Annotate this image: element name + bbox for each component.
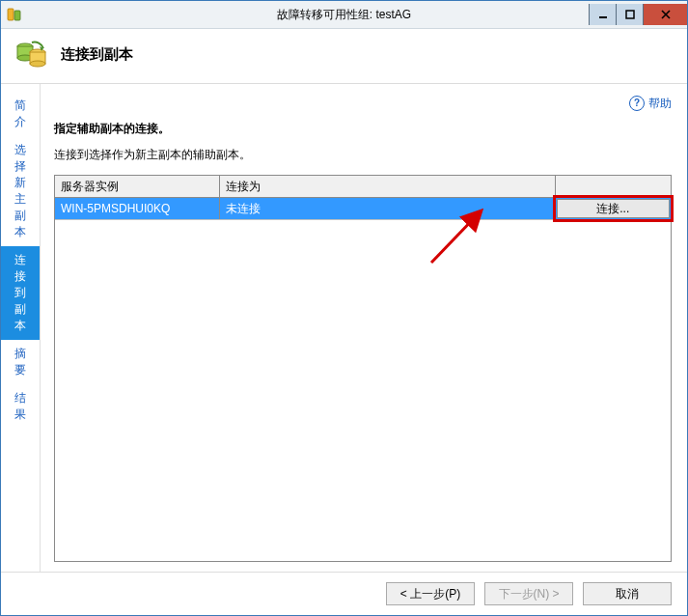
svg-rect-3	[626, 11, 634, 18]
cell-connect-action: 连接...	[555, 198, 671, 220]
page-title: 连接到副本	[61, 45, 133, 64]
cancel-button[interactable]: 取消	[583, 582, 672, 605]
replica-icon	[14, 37, 49, 71]
next-button: 下一步(N) >	[484, 582, 573, 605]
body: 简介 选择新主副本 连接到副本 摘要 结果 ? 帮助 指定辅助副本的连接。 连接…	[1, 84, 687, 572]
step-connect-replica[interactable]: 连接到副本	[1, 246, 40, 340]
step-sidebar: 简介 选择新主副本 连接到副本 摘要 结果	[1, 84, 41, 572]
svg-rect-2	[599, 16, 607, 18]
step-summary[interactable]: 摘要	[1, 340, 40, 384]
prev-button[interactable]: < 上一步(P)	[386, 582, 475, 605]
connect-button[interactable]: 连接...	[557, 199, 671, 218]
wizard-window: 故障转移可用性组: testAG 连接到副本 简介	[0, 0, 688, 616]
instruction-subtext: 连接到选择作为新主副本的辅助副本。	[54, 147, 672, 163]
title-bar: 故障转移可用性组: testAG	[1, 1, 687, 29]
content-pane: ? 帮助 指定辅助副本的连接。 连接到选择作为新主副本的辅助副本。 服务器实例	[41, 84, 687, 572]
window-controls	[589, 4, 687, 25]
header: 连接到副本	[1, 29, 687, 84]
col-header-server: 服务器实例	[55, 176, 219, 198]
grid-header-row: 服务器实例 连接为	[55, 176, 671, 198]
help-link[interactable]: ? 帮助	[629, 96, 672, 112]
app-icon	[7, 7, 22, 22]
replica-grid: 服务器实例 连接为 WIN-5PMSDHUI0KQ 未连接 连接...	[54, 175, 672, 562]
cell-connect-as: 未连接	[219, 198, 555, 220]
close-button[interactable]	[643, 4, 687, 25]
minimize-button[interactable]	[589, 4, 616, 25]
col-header-action	[555, 176, 671, 198]
maximize-button[interactable]	[616, 4, 643, 25]
footer: < 上一步(P) 下一步(N) > 取消	[1, 572, 687, 615]
step-select-primary[interactable]: 选择新主副本	[1, 136, 40, 246]
svg-rect-0	[8, 9, 14, 20]
svg-rect-1	[14, 11, 20, 20]
replica-row[interactable]: WIN-5PMSDHUI0KQ 未连接 连接...	[55, 198, 671, 220]
instruction-text: 指定辅助副本的连接。	[54, 121, 672, 137]
step-intro[interactable]: 简介	[1, 92, 40, 136]
step-results[interactable]: 结果	[1, 384, 40, 429]
cell-server-instance: WIN-5PMSDHUI0KQ	[55, 198, 219, 220]
help-label: 帮助	[648, 96, 672, 112]
help-icon: ?	[629, 96, 645, 111]
col-header-connect-as: 连接为	[219, 176, 555, 198]
help-row: ? 帮助	[54, 94, 672, 113]
svg-point-11	[30, 61, 45, 67]
window-title: 故障转移可用性组: testAG	[1, 7, 687, 23]
